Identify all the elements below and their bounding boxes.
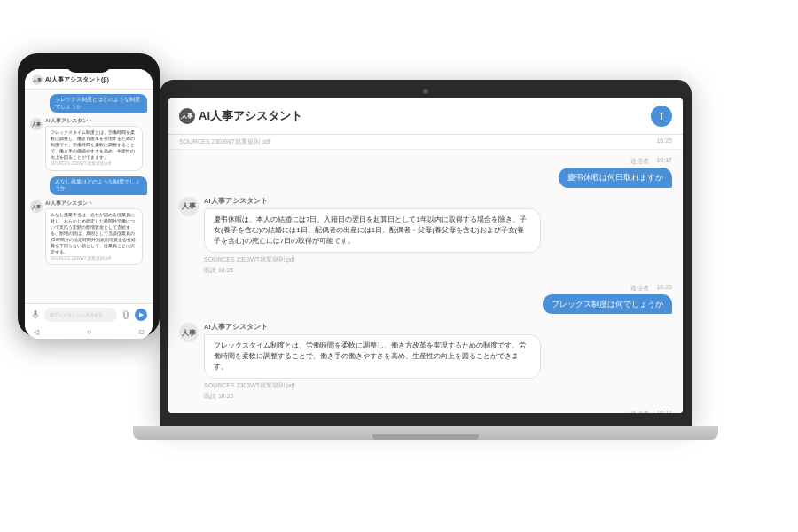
phone-app-title: AI人事アシスタント(β) bbox=[45, 75, 109, 84]
laptop-ai-icon: 人事 bbox=[179, 108, 195, 124]
phone-ai-bubble-2: みなし残業手当は、会社が認める従業員に対し、あらかじめ想定した時間外労働について… bbox=[45, 208, 143, 265]
svg-rect-0 bbox=[35, 310, 37, 316]
laptop-ai-msg-2: 人事 AI人事アシスタント フレックスタイム制度とは、労働時間を柔軟に調整し、働… bbox=[179, 323, 672, 401]
laptop-avatar-label: T bbox=[659, 112, 664, 121]
phone-ai-icon: 人事 bbox=[32, 74, 43, 85]
laptop-ai-avatar-wrap-1: 人事 bbox=[179, 197, 199, 216]
laptop-user-avatar[interactable]: T bbox=[651, 106, 672, 127]
phone-chat-body: フレックス制度とはどのような制度でしょうか 人事 AI人事アシスタント フレック… bbox=[25, 90, 153, 303]
laptop-user-bubble-1: 慶弔休暇は何日取れますか bbox=[559, 168, 672, 188]
laptop-header-title-container: 人事 AI人事アシスタント bbox=[179, 108, 302, 124]
phone-ai-msg-1: 人事 AI人事アシスタント フレックスタイム制度とは、労働時間を柔軟に調整し、働… bbox=[30, 118, 147, 170]
phone-footer: AIアシスタントに入力する ▶ bbox=[25, 303, 153, 325]
laptop-source-time: 16:25 bbox=[656, 137, 672, 146]
laptop-user-meta-3: 送信者 16:17 bbox=[630, 410, 672, 413]
phone-user-msg-1: フレックス制度とはどのような制度でしょうか bbox=[50, 94, 147, 113]
laptop-ai-time-2: 既読 16:25 bbox=[204, 392, 672, 401]
laptop-screen: 人事 AI人事アシスタント T SOURCES 2303WT就業規則.pdf 1… bbox=[168, 98, 683, 413]
laptop-source-1: SOURCES 2303WT就業規則.pdf bbox=[204, 255, 672, 264]
phone-recents-icon[interactable]: □ bbox=[139, 328, 144, 336]
phone-nav-bar: ◁ ○ □ bbox=[25, 325, 153, 339]
phone-ai-msg-2: 人事 AI人事アシスタント みなし残業手当は、会社が認める従業員に対し、あらかじ… bbox=[30, 200, 147, 265]
phone-attach-icon[interactable] bbox=[121, 309, 131, 320]
laptop-user-msg-3: 送信者 16:17 みなし残業はどのような制度でしょうか bbox=[179, 410, 672, 413]
phone-ai-name-1: AI人事アシスタント bbox=[45, 118, 143, 124]
laptop-user-time-2: 16:25 bbox=[656, 284, 672, 293]
laptop-user-time-1: 10:17 bbox=[656, 157, 672, 166]
laptop-user-meta-1: 送信者 10:17 bbox=[630, 157, 672, 166]
laptop-ai-bubble-2: フレックスタイム制度とは、労働時間を柔軟に調整し、働き方改革を実現するための制度… bbox=[204, 334, 541, 379]
laptop-user-time-3: 16:17 bbox=[656, 410, 672, 413]
laptop-ai-content-2: AI人事アシスタント フレックスタイム制度とは、労働時間を柔軟に調整し、働き方改… bbox=[204, 323, 672, 401]
laptop-source-bar: SOURCES 2303WT就業規則.pdf 16:25 bbox=[168, 135, 683, 150]
phone-user-bubble-1: フレックス制度とはどのような制度でしょうか bbox=[50, 94, 147, 113]
phone-back-icon[interactable]: ◁ bbox=[34, 328, 39, 336]
laptop-user-meta-2: 送信者 16:25 bbox=[630, 284, 672, 293]
laptop-ai-name-1: AI人事アシスタント bbox=[204, 197, 672, 206]
phone-mic-icon[interactable] bbox=[30, 309, 41, 320]
laptop-ai-name-2: AI人事アシスタント bbox=[204, 323, 672, 332]
laptop-ai-time-1: 既読 16:25 bbox=[204, 266, 672, 275]
laptop-ai-msg-1: 人事 AI人事アシスタント 慶弔休暇は、本人の結婚には7日。入籍日の翌日を起算日… bbox=[179, 197, 672, 275]
phone-screen: 人事 AI人事アシスタント(β) フレックス制度とはどのような制度でしょうか 人… bbox=[25, 69, 153, 339]
laptop-ai-avatar-2: 人事 bbox=[179, 323, 199, 342]
laptop-chat-header: 人事 AI人事アシスタント T bbox=[168, 98, 683, 135]
laptop-user-msg-2: 送信者 16:25 フレックス制度は何でしょうか bbox=[179, 284, 672, 315]
scene: 人事 AI人事アシスタント(β) フレックス制度とはどのような制度でしょうか 人… bbox=[18, 18, 780, 514]
laptop-device: 人事 AI人事アシスタント T SOURCES 2303WT就業規則.pdf 1… bbox=[160, 80, 692, 452]
phone-ai-bubble-1: フレックスタイム制度とは、労働時間を柔軟に調整し、働き方改革を実現するための制度… bbox=[45, 126, 143, 170]
laptop-ai-content-1: AI人事アシスタント 慶弔休暇は、本人の結婚には7日。入籍日の翌日を起算日として… bbox=[204, 197, 672, 275]
laptop-user-bubble-2: フレックス制度は何でしょうか bbox=[543, 294, 672, 315]
phone-ai-content-2: AI人事アシスタント みなし残業手当は、会社が認める従業員に対し、あらかじめ想定… bbox=[45, 200, 143, 265]
laptop-user-sender-1: 送信者 bbox=[630, 157, 649, 166]
phone-ai-avatar-2: 人事 bbox=[30, 200, 43, 213]
phone-ai-name-2: AI人事アシスタント bbox=[45, 200, 143, 207]
laptop-source-label: SOURCES 2303WT就業規則.pdf bbox=[179, 137, 270, 146]
phone-send-button[interactable]: ▶ bbox=[135, 309, 147, 321]
laptop-ai-avatar-1: 人事 bbox=[179, 197, 199, 216]
laptop-source-2: SOURCES 2303WT就業規則.pdf bbox=[204, 381, 672, 390]
laptop-user-sender-3: 送信者 bbox=[630, 410, 649, 413]
laptop-ai-bubble-1: 慶弔休暇は、本人の結婚には7日。入籍日の翌日を起算日として1年以内に取得する場合… bbox=[204, 208, 541, 253]
laptop-app-title: AI人事アシスタント bbox=[199, 108, 302, 124]
phone-input-placeholder: AIアシスタントに入力する bbox=[50, 312, 103, 317]
phone-ai-content-1: AI人事アシスタント フレックスタイム制度とは、労働時間を柔軟に調整し、働き方改… bbox=[45, 118, 143, 170]
laptop-chat-body[interactable]: 送信者 10:17 慶弔休暇は何日取れますか 人事 AI人事アシスタント bbox=[168, 150, 683, 413]
phone-device: 人事 AI人事アシスタント(β) フレックス制度とはどのような制度でしょうか 人… bbox=[18, 53, 160, 337]
phone-source-2: SOURCES 2303WT就業規則.pdf bbox=[51, 256, 137, 262]
phone-user-bubble-2: みなし残業はどのような制度でしょうか bbox=[50, 176, 147, 195]
phone-user-msg-2: みなし残業はどのような制度でしょうか bbox=[50, 176, 147, 195]
phone-home-icon[interactable]: ○ bbox=[87, 328, 91, 336]
phone-ai-avatar-1: 人事 bbox=[30, 118, 43, 130]
laptop-user-msg-1: 送信者 10:17 慶弔休暇は何日取れますか bbox=[179, 157, 672, 188]
phone-source-1: SOURCES 2303WT就業規則.pdf bbox=[51, 161, 137, 167]
phone-notch bbox=[66, 60, 111, 73]
phone-input-field[interactable]: AIアシスタントに入力する bbox=[44, 308, 117, 322]
laptop-camera bbox=[423, 89, 428, 94]
laptop-base bbox=[133, 426, 718, 440]
laptop-user-sender-2: 送信者 bbox=[630, 284, 649, 293]
laptop-screen-outer: 人事 AI人事アシスタント T SOURCES 2303WT就業規則.pdf 1… bbox=[160, 80, 692, 426]
